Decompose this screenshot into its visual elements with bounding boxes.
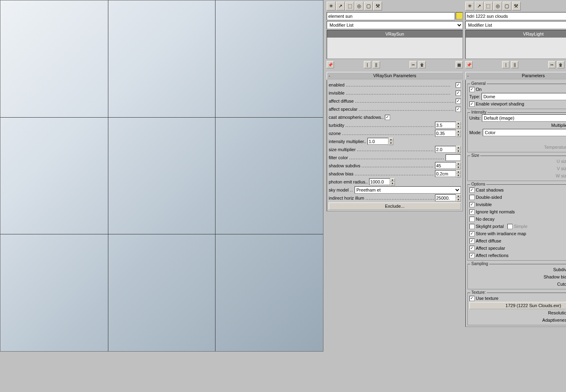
param-label: Adaptiveness: — [469, 318, 566, 322]
group-title: Sampling — [470, 261, 490, 266]
make-unique-icon[interactable]: || — [511, 61, 518, 68]
viewport[interactable] — [0, 0, 323, 352]
affect-reflections-checkbox[interactable] — [469, 253, 475, 258]
hierarchy-tab-icon[interactable]: ⬚ — [345, 2, 354, 11]
invisible-checkbox[interactable] — [456, 91, 461, 96]
object-color-swatch[interactable] — [456, 12, 463, 19]
param-label: Invisible — [476, 202, 492, 207]
on-checkbox[interactable] — [469, 87, 475, 92]
photon-emit-input[interactable] — [369, 178, 390, 185]
affect-diffuse-checkbox[interactable] — [456, 99, 461, 104]
show-end-result-icon[interactable]: | — [502, 61, 509, 68]
modify-tab-icon[interactable]: ↗ — [475, 2, 484, 11]
use-texture-checkbox[interactable] — [469, 296, 475, 301]
panel-light: ✳↗⬚◎▢⚒ Modifier List VRayLight 📌|||✂🗑▦ -… — [465, 2, 566, 390]
ozone-input[interactable] — [435, 130, 456, 137]
pin-stack-icon[interactable]: 📌 — [465, 61, 473, 68]
affect-specular-checkbox[interactable] — [469, 246, 475, 251]
panel-tabs: ✳↗⬚◎▢⚒ — [465, 2, 566, 11]
stack-toolbar: 📌 | || ✂ 🗑 ▦ — [327, 60, 463, 70]
remove-modifier-icon[interactable]: ✂ — [548, 61, 555, 68]
invisible-checkbox[interactable] — [469, 202, 475, 207]
display-tab-icon[interactable]: ▢ — [503, 2, 511, 11]
filter-color-swatch[interactable] — [446, 154, 461, 161]
trash-icon[interactable]: 🗑 — [557, 61, 564, 68]
stack-item[interactable]: VRayLight — [466, 30, 566, 38]
skylight-portal-checkbox[interactable] — [469, 224, 475, 229]
intensity-mult-input[interactable] — [367, 138, 389, 145]
light-type-dropdown[interactable]: Dome — [482, 93, 566, 100]
affect-diffuse-checkbox[interactable] — [469, 238, 475, 244]
pin-stack-icon[interactable]: 📌 — [327, 61, 334, 68]
object-name-input[interactable] — [465, 12, 566, 20]
param-label: Type: — [469, 94, 480, 99]
rollout-header[interactable]: -VRaySun Parameters — [327, 72, 463, 79]
modifier-stack[interactable]: VRaySun — [327, 30, 463, 59]
configure-sets-icon[interactable]: ▦ — [456, 61, 463, 68]
group-title: General — [470, 81, 487, 86]
object-name-input[interactable] — [327, 12, 455, 20]
trash-icon[interactable]: 🗑 — [418, 61, 426, 68]
mode-dropdown[interactable]: Color — [483, 129, 566, 136]
utilities-tab-icon[interactable]: ⚒ — [373, 2, 382, 11]
create-tab-icon[interactable]: ✳ — [465, 2, 474, 11]
param-label: intensity multiplier.. — [329, 139, 366, 144]
cast-atmos-checkbox[interactable] — [385, 115, 390, 120]
turbidity-input[interactable] — [435, 122, 456, 129]
group-sampling: Sampling Subdivs:▲▼ Shadow bias:▲▼ Cutof… — [467, 264, 566, 289]
create-tab-icon[interactable]: ✳ — [327, 2, 336, 11]
modifier-stack[interactable]: VRayLight — [465, 30, 566, 59]
param-label: Mode: — [469, 130, 482, 135]
param-label: sky model — [329, 188, 349, 192]
hierarchy-tab-icon[interactable]: ⬚ — [484, 2, 493, 11]
enabled-checkbox[interactable] — [456, 82, 461, 88]
ignore-normals-checkbox[interactable] — [469, 209, 475, 215]
panel-sun: ✳ ↗ ⬚ ◎ ▢ ⚒ Modifier List VRaySun 📌 | ||… — [327, 2, 463, 390]
shadow-bias-input[interactable] — [435, 170, 456, 177]
param-label: turbidity — [329, 123, 344, 128]
modifier-list-dropdown[interactable]: Modifier List — [465, 21, 566, 29]
viewport-shading-checkbox[interactable] — [469, 101, 475, 107]
param-label: Use texture — [476, 296, 498, 301]
param-label: shadow subdivs — [329, 163, 360, 168]
group-options: Options Cast shadows Double-sided Invisi… — [467, 184, 566, 261]
display-tab-icon[interactable]: ▢ — [364, 2, 373, 11]
group-general: General OnExclude Type:Dome Enable viewp… — [467, 84, 566, 109]
texture-map-button[interactable]: 1729 (1222 Sun Clouds.exr) — [469, 302, 566, 309]
param-label: Simple — [514, 224, 528, 229]
remove-modifier-icon[interactable]: ✂ — [410, 61, 417, 68]
cast-shadows-checkbox[interactable] — [469, 188, 475, 193]
utilities-tab-icon[interactable]: ⚒ — [512, 2, 521, 11]
units-dropdown[interactable]: Default (image) — [482, 114, 566, 122]
motion-tab-icon[interactable]: ◎ — [493, 2, 502, 11]
param-label: Skylight portal — [476, 224, 504, 229]
param-label: size multiplier — [329, 147, 356, 152]
exclude-button[interactable]: Exclude... — [329, 202, 461, 210]
param-label: cast atmospheric shadows.. — [329, 115, 384, 120]
grid-line — [0, 234, 323, 234]
modify-tab-icon[interactable]: ↗ — [336, 2, 345, 11]
double-sided-checkbox[interactable] — [469, 195, 475, 200]
store-irr-checkbox[interactable] — [469, 231, 475, 236]
param-label: indirect horiz illum — [329, 196, 364, 200]
affect-specular-checkbox[interactable] — [456, 107, 461, 112]
param-label: Temperature: — [469, 145, 566, 150]
show-end-result-icon[interactable]: | — [364, 61, 371, 68]
param-label: Affect specular — [476, 246, 505, 251]
param-label: Color: — [469, 137, 566, 142]
grid-line — [108, 0, 108, 351]
stack-item[interactable]: VRaySun — [327, 30, 463, 38]
shadow-subdivs-input[interactable] — [435, 162, 456, 169]
rollout-header[interactable]: -Parameters — [465, 72, 566, 79]
modifier-list-dropdown[interactable]: Modifier List — [327, 21, 463, 29]
no-decay-checkbox[interactable] — [469, 217, 475, 222]
param-label: Affect diffuse — [476, 238, 501, 243]
indirect-horiz-input[interactable] — [435, 194, 456, 201]
param-label: V size: — [469, 166, 566, 171]
sky-model-dropdown[interactable]: Preetham et — [355, 186, 461, 194]
param-label: Double-sided — [476, 195, 502, 200]
make-unique-icon[interactable]: || — [373, 61, 380, 68]
group-title: Texture: — [470, 290, 487, 295]
motion-tab-icon[interactable]: ◎ — [355, 2, 363, 11]
size-mult-input[interactable] — [435, 146, 456, 153]
